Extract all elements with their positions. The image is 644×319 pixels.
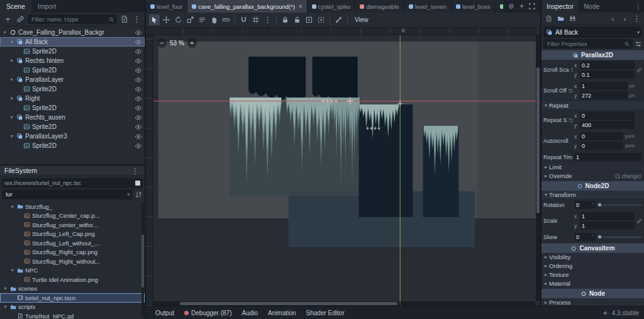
skeleton-options-button[interactable] xyxy=(333,14,344,25)
scrollbar-thumb[interactable] xyxy=(536,67,540,213)
view-menu-button[interactable]: View xyxy=(351,14,372,26)
property-group[interactable]: ▸Texture xyxy=(541,271,644,279)
inspector-category[interactable]: CanvasItem xyxy=(541,243,644,253)
scene-tab[interactable]: level_seven xyxy=(404,0,452,13)
property-group[interactable]: ▸Override(1 change) xyxy=(541,172,644,181)
inspector-category[interactable]: Parallax2D xyxy=(541,50,644,60)
value-field[interactable]: 1 xyxy=(580,82,628,90)
bottom-panel-tab[interactable]: Audio xyxy=(238,306,263,319)
viewport-canvas[interactable]: − 53 % + xyxy=(153,35,540,306)
expand-arrow[interactable]: ▾ xyxy=(2,30,8,35)
canvas-vscrollbar[interactable] xyxy=(536,35,540,301)
scene-tree-row[interactable]: Sprite2D xyxy=(0,122,145,132)
expand-arrow[interactable]: ▾ xyxy=(9,267,15,273)
edited-object-selector[interactable]: All Back ▾ xyxy=(543,26,642,38)
new-scene-tab-icon[interactable]: + xyxy=(519,2,524,11)
filesystem-row[interactable]: Sturzflug_Left_Cap.png xyxy=(0,230,145,239)
value-field[interactable]: 0.2 xyxy=(580,61,635,69)
object-menu-button[interactable]: ⋮ xyxy=(631,13,642,24)
bottom-panel-tab[interactable]: Debugger (87) xyxy=(180,306,236,319)
rotate-mode-button[interactable] xyxy=(173,14,184,25)
ruler-mode-button[interactable] xyxy=(221,14,231,25)
expand-arrow[interactable]: ▾ xyxy=(9,39,14,45)
tab-node[interactable]: Node xyxy=(579,0,604,13)
visibility-toggle-icon[interactable] xyxy=(135,95,142,103)
tab-inspector[interactable]: Inspector xyxy=(541,0,579,13)
filesystem-row[interactable]: Sturzflug_center_witho... xyxy=(0,220,145,230)
property-group[interactable]: ▾Transform xyxy=(541,191,644,199)
value-field[interactable]: 1 xyxy=(574,153,642,161)
link-values-icon[interactable] xyxy=(636,67,642,73)
locate-file-icon[interactable] xyxy=(135,181,140,186)
visibility-toggle-icon[interactable] xyxy=(135,29,142,36)
value-slider[interactable] xyxy=(597,237,642,238)
filesystem-row[interactable]: ▾Sturzflug_ xyxy=(0,202,145,211)
smart-snap-button[interactable] xyxy=(238,14,249,25)
visibility-toggle-icon[interactable] xyxy=(135,142,142,150)
value-field[interactable]: 1 xyxy=(580,212,635,220)
visibility-toggle-icon[interactable] xyxy=(135,104,142,112)
value-field[interactable]: 0 xyxy=(580,132,623,140)
dock-menu-icon[interactable]: ⋮ xyxy=(635,3,641,10)
filesystem-row[interactable]: Sturzflug_Left_without_... xyxy=(0,238,145,248)
attach-script-button[interactable] xyxy=(119,14,130,25)
close-icon[interactable]: × xyxy=(299,3,303,10)
visibility-toggle-icon[interactable] xyxy=(135,48,142,55)
list-select-button[interactable] xyxy=(197,14,208,25)
scene-tree-row[interactable]: ▾ParallaxLayer xyxy=(0,75,145,84)
instantiate-scene-button[interactable] xyxy=(15,14,26,25)
property-group[interactable]: ▸Limit xyxy=(541,163,644,172)
visibility-toggle-icon[interactable] xyxy=(135,123,142,131)
filesystem-scrollbar[interactable] xyxy=(142,202,144,318)
filesystem-row[interactable]: ▾NPC xyxy=(0,266,145,276)
history-back-button[interactable]: ‹ xyxy=(608,13,618,24)
clear-search-icon[interactable]: × xyxy=(127,191,130,198)
value-field[interactable]: 400 xyxy=(580,121,635,129)
add-node-button[interactable]: + xyxy=(3,14,13,25)
visibility-toggle-icon[interactable] xyxy=(135,86,142,93)
visibility-toggle-icon[interactable] xyxy=(135,67,142,74)
group-button[interactable] xyxy=(304,14,314,25)
value-field[interactable]: 0 xyxy=(580,111,635,120)
visibility-toggle-icon[interactable] xyxy=(135,114,142,121)
value-field[interactable]: 1 xyxy=(580,221,635,230)
pan-mode-button[interactable] xyxy=(209,14,219,25)
expand-arrow[interactable]: ▾ xyxy=(9,204,15,210)
filesystem-row[interactable]: Turtle Idel Animation.png xyxy=(0,275,145,284)
expand-arrow[interactable]: ▾ xyxy=(9,115,14,120)
scene-tree-row[interactable]: Sprite2D xyxy=(0,103,145,113)
expand-arrow[interactable]: ▾ xyxy=(9,96,14,101)
expand-arrow[interactable]: ▾ xyxy=(9,58,14,64)
value-field[interactable]: 0° xyxy=(574,233,596,241)
inspector-category[interactable]: Node xyxy=(541,288,644,298)
value-field[interactable]: 0° xyxy=(574,201,596,209)
scene-tab[interactable]: level_four xyxy=(146,0,187,13)
scene-tab[interactable]: pause_menu xyxy=(496,0,503,13)
value-field[interactable]: 0.1 xyxy=(580,70,635,79)
ungroup-button[interactable] xyxy=(316,14,326,25)
select-mode-button[interactable] xyxy=(149,14,160,25)
scene-tree-row[interactable]: Sprite2D xyxy=(0,84,145,94)
bottom-panel-tab[interactable]: Output xyxy=(151,306,179,319)
property-group[interactable]: ▸Material xyxy=(541,279,644,288)
visibility-toggle-icon[interactable] xyxy=(135,57,142,65)
slider-handle[interactable] xyxy=(598,203,601,206)
new-resource-button[interactable] xyxy=(543,13,554,24)
filesystem-menu-button[interactable]: ⋮ xyxy=(130,165,140,176)
scene-tree-row[interactable]: ▾Right xyxy=(0,94,145,103)
scrollbar-thumb[interactable] xyxy=(180,302,397,305)
distraction-free-icon[interactable] xyxy=(528,3,536,10)
scene-tab[interactable]: cystel_spike xyxy=(308,0,356,13)
scene-filter-input[interactable] xyxy=(30,16,106,23)
scene-tree-row[interactable]: ▾Cave_Falling_Parallax_Backgr xyxy=(0,28,145,37)
load-resource-button[interactable] xyxy=(555,13,566,24)
filesystem-row[interactable]: turtel_nut_npc.tscn xyxy=(0,293,145,303)
property-group[interactable]: ▾Repeat xyxy=(541,101,644,110)
visibility-toggle-icon[interactable] xyxy=(135,38,142,46)
scene-menu-button[interactable]: ⋮ xyxy=(131,14,142,25)
visibility-toggle-icon[interactable] xyxy=(135,133,142,140)
slider-handle[interactable] xyxy=(598,235,601,238)
filesystem-row[interactable]: Sturzflug_Right_without... xyxy=(0,257,145,266)
property-group[interactable]: ▸Visibility xyxy=(541,253,644,262)
zoom-out-button[interactable]: − xyxy=(157,38,167,48)
